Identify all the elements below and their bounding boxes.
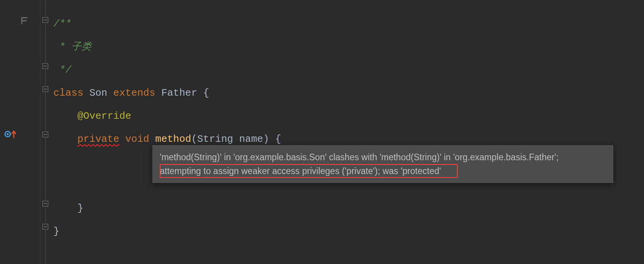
code-line[interactable]: }: [52, 220, 644, 243]
code-line[interactable]: * 子类: [52, 35, 644, 58]
param-type: String: [197, 133, 233, 145]
javadoc-star: *: [53, 41, 71, 53]
paren: ): [263, 133, 269, 145]
keyword-extends: extends: [113, 87, 155, 99]
fold-toggle[interactable]: [41, 16, 49, 24]
code-line[interactable]: class Son extends Father {: [52, 81, 644, 105]
fold-toggle[interactable]: [41, 200, 49, 208]
code-area[interactable]: /** * 子类 */ class Son extends Father { @…: [52, 0, 644, 264]
code-line[interactable]: @Override: [52, 105, 644, 128]
return-type: void: [125, 133, 149, 145]
tooltip-line: attempting to assign weaker access privi…: [160, 164, 606, 178]
code-editor[interactable]: /** * 子类 */ class Son extends Father { @…: [0, 0, 644, 264]
brace: }: [77, 203, 83, 214]
javadoc-close: */: [53, 64, 71, 76]
error-tooltip: 'method(String)' in 'org.example.basis.S…: [152, 145, 613, 183]
code-line[interactable]: */: [52, 58, 644, 81]
annotation: @Override: [77, 110, 131, 122]
brace: {: [203, 87, 209, 99]
javadoc-open: /**: [53, 18, 71, 30]
brace: {: [275, 133, 281, 145]
override-gutter-icon[interactable]: [4, 129, 18, 142]
fold-toggle[interactable]: [41, 223, 49, 231]
method-name: method: [155, 133, 191, 145]
class-name: Son: [89, 87, 108, 99]
tooltip-line: 'method(String)' in 'org.example.basis.S…: [160, 150, 606, 164]
code-line[interactable]: }: [52, 197, 644, 220]
paragraph-icon: [21, 16, 31, 28]
svg-point-1: [7, 133, 9, 135]
fold-toggle[interactable]: [41, 131, 49, 138]
gutter: [0, 0, 40, 264]
keyword-class: class: [53, 87, 83, 99]
parent-class: Father: [161, 87, 197, 99]
fold-column: [40, 0, 52, 264]
code-line[interactable]: /**: [52, 12, 644, 35]
fold-toggle[interactable]: [41, 85, 49, 93]
javadoc-text: 子类: [71, 41, 91, 53]
modifier-error: private: [77, 133, 119, 145]
paren: (: [191, 133, 197, 145]
param-name: name: [239, 133, 263, 145]
fold-toggle[interactable]: [41, 62, 49, 70]
brace: }: [53, 226, 60, 237]
